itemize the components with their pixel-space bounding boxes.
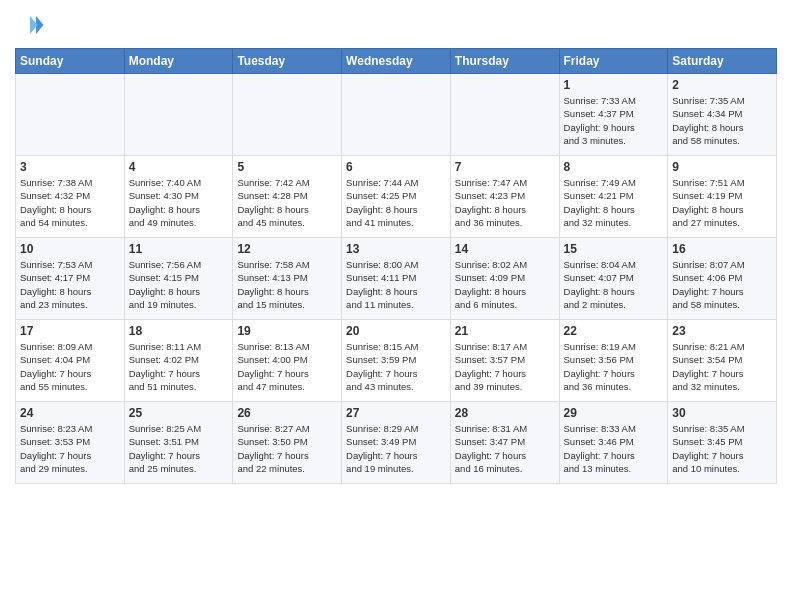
day-info: Sunrise: 8:13 AM Sunset: 4:00 PM Dayligh… — [237, 340, 337, 393]
calendar-cell: 19Sunrise: 8:13 AM Sunset: 4:00 PM Dayli… — [233, 320, 342, 402]
day-info: Sunrise: 8:00 AM Sunset: 4:11 PM Dayligh… — [346, 258, 446, 311]
day-number: 13 — [346, 242, 446, 256]
calendar-cell: 9Sunrise: 7:51 AM Sunset: 4:19 PM Daylig… — [668, 156, 777, 238]
day-info: Sunrise: 7:42 AM Sunset: 4:28 PM Dayligh… — [237, 176, 337, 229]
day-info: Sunrise: 7:33 AM Sunset: 4:37 PM Dayligh… — [564, 94, 664, 147]
day-number: 15 — [564, 242, 664, 256]
logo-icon — [15, 10, 45, 40]
day-number: 20 — [346, 324, 446, 338]
day-number: 14 — [455, 242, 555, 256]
day-info: Sunrise: 8:35 AM Sunset: 3:45 PM Dayligh… — [672, 422, 772, 475]
day-info: Sunrise: 7:49 AM Sunset: 4:21 PM Dayligh… — [564, 176, 664, 229]
day-number: 17 — [20, 324, 120, 338]
day-number: 21 — [455, 324, 555, 338]
calendar-cell: 4Sunrise: 7:40 AM Sunset: 4:30 PM Daylig… — [124, 156, 233, 238]
calendar-body: 1Sunrise: 7:33 AM Sunset: 4:37 PM Daylig… — [16, 74, 777, 484]
day-number: 2 — [672, 78, 772, 92]
day-info: Sunrise: 7:47 AM Sunset: 4:23 PM Dayligh… — [455, 176, 555, 229]
day-number: 10 — [20, 242, 120, 256]
day-info: Sunrise: 7:40 AM Sunset: 4:30 PM Dayligh… — [129, 176, 229, 229]
calendar-cell: 12Sunrise: 7:58 AM Sunset: 4:13 PM Dayli… — [233, 238, 342, 320]
day-info: Sunrise: 8:33 AM Sunset: 3:46 PM Dayligh… — [564, 422, 664, 475]
day-number: 22 — [564, 324, 664, 338]
day-number: 6 — [346, 160, 446, 174]
page-container: SundayMondayTuesdayWednesdayThursdayFrid… — [0, 0, 792, 494]
weekday-header: Thursday — [450, 49, 559, 74]
day-info: Sunrise: 7:44 AM Sunset: 4:25 PM Dayligh… — [346, 176, 446, 229]
day-number: 19 — [237, 324, 337, 338]
calendar-cell: 3Sunrise: 7:38 AM Sunset: 4:32 PM Daylig… — [16, 156, 125, 238]
calendar-week-row: 24Sunrise: 8:23 AM Sunset: 3:53 PM Dayli… — [16, 402, 777, 484]
day-number: 3 — [20, 160, 120, 174]
header-row: SundayMondayTuesdayWednesdayThursdayFrid… — [16, 49, 777, 74]
calendar-header: SundayMondayTuesdayWednesdayThursdayFrid… — [16, 49, 777, 74]
calendar-cell: 10Sunrise: 7:53 AM Sunset: 4:17 PM Dayli… — [16, 238, 125, 320]
calendar-cell: 28Sunrise: 8:31 AM Sunset: 3:47 PM Dayli… — [450, 402, 559, 484]
calendar-cell — [450, 74, 559, 156]
calendar-week-row: 3Sunrise: 7:38 AM Sunset: 4:32 PM Daylig… — [16, 156, 777, 238]
calendar-cell: 22Sunrise: 8:19 AM Sunset: 3:56 PM Dayli… — [559, 320, 668, 402]
day-number: 11 — [129, 242, 229, 256]
weekday-header: Tuesday — [233, 49, 342, 74]
day-info: Sunrise: 7:56 AM Sunset: 4:15 PM Dayligh… — [129, 258, 229, 311]
header — [15, 10, 777, 40]
calendar-table: SundayMondayTuesdayWednesdayThursdayFrid… — [15, 48, 777, 484]
day-info: Sunrise: 8:21 AM Sunset: 3:54 PM Dayligh… — [672, 340, 772, 393]
calendar-cell: 26Sunrise: 8:27 AM Sunset: 3:50 PM Dayli… — [233, 402, 342, 484]
day-number: 27 — [346, 406, 446, 420]
calendar-cell: 15Sunrise: 8:04 AM Sunset: 4:07 PM Dayli… — [559, 238, 668, 320]
calendar-week-row: 1Sunrise: 7:33 AM Sunset: 4:37 PM Daylig… — [16, 74, 777, 156]
calendar-cell: 16Sunrise: 8:07 AM Sunset: 4:06 PM Dayli… — [668, 238, 777, 320]
weekday-header: Saturday — [668, 49, 777, 74]
calendar-cell: 7Sunrise: 7:47 AM Sunset: 4:23 PM Daylig… — [450, 156, 559, 238]
calendar-cell: 23Sunrise: 8:21 AM Sunset: 3:54 PM Dayli… — [668, 320, 777, 402]
day-info: Sunrise: 7:35 AM Sunset: 4:34 PM Dayligh… — [672, 94, 772, 147]
calendar-cell: 17Sunrise: 8:09 AM Sunset: 4:04 PM Dayli… — [16, 320, 125, 402]
calendar-cell: 5Sunrise: 7:42 AM Sunset: 4:28 PM Daylig… — [233, 156, 342, 238]
calendar-cell — [16, 74, 125, 156]
day-number: 18 — [129, 324, 229, 338]
day-number: 12 — [237, 242, 337, 256]
calendar-cell: 13Sunrise: 8:00 AM Sunset: 4:11 PM Dayli… — [342, 238, 451, 320]
calendar-week-row: 10Sunrise: 7:53 AM Sunset: 4:17 PM Dayli… — [16, 238, 777, 320]
day-info: Sunrise: 8:27 AM Sunset: 3:50 PM Dayligh… — [237, 422, 337, 475]
day-number: 29 — [564, 406, 664, 420]
day-number: 5 — [237, 160, 337, 174]
calendar-cell: 11Sunrise: 7:56 AM Sunset: 4:15 PM Dayli… — [124, 238, 233, 320]
calendar-cell: 1Sunrise: 7:33 AM Sunset: 4:37 PM Daylig… — [559, 74, 668, 156]
calendar-cell: 14Sunrise: 8:02 AM Sunset: 4:09 PM Dayli… — [450, 238, 559, 320]
day-number: 25 — [129, 406, 229, 420]
calendar-cell: 21Sunrise: 8:17 AM Sunset: 3:57 PM Dayli… — [450, 320, 559, 402]
day-number: 23 — [672, 324, 772, 338]
day-info: Sunrise: 8:31 AM Sunset: 3:47 PM Dayligh… — [455, 422, 555, 475]
weekday-header: Sunday — [16, 49, 125, 74]
day-number: 30 — [672, 406, 772, 420]
day-info: Sunrise: 8:11 AM Sunset: 4:02 PM Dayligh… — [129, 340, 229, 393]
weekday-header: Wednesday — [342, 49, 451, 74]
day-number: 28 — [455, 406, 555, 420]
day-info: Sunrise: 7:38 AM Sunset: 4:32 PM Dayligh… — [20, 176, 120, 229]
calendar-cell: 30Sunrise: 8:35 AM Sunset: 3:45 PM Dayli… — [668, 402, 777, 484]
calendar-cell: 29Sunrise: 8:33 AM Sunset: 3:46 PM Dayli… — [559, 402, 668, 484]
day-info: Sunrise: 8:09 AM Sunset: 4:04 PM Dayligh… — [20, 340, 120, 393]
day-info: Sunrise: 8:25 AM Sunset: 3:51 PM Dayligh… — [129, 422, 229, 475]
day-info: Sunrise: 8:23 AM Sunset: 3:53 PM Dayligh… — [20, 422, 120, 475]
day-info: Sunrise: 8:19 AM Sunset: 3:56 PM Dayligh… — [564, 340, 664, 393]
logo — [15, 10, 49, 40]
day-number: 8 — [564, 160, 664, 174]
day-info: Sunrise: 8:07 AM Sunset: 4:06 PM Dayligh… — [672, 258, 772, 311]
day-number: 9 — [672, 160, 772, 174]
weekday-header: Friday — [559, 49, 668, 74]
calendar-cell — [342, 74, 451, 156]
day-info: Sunrise: 8:29 AM Sunset: 3:49 PM Dayligh… — [346, 422, 446, 475]
calendar-cell: 18Sunrise: 8:11 AM Sunset: 4:02 PM Dayli… — [124, 320, 233, 402]
day-number: 4 — [129, 160, 229, 174]
calendar-cell — [124, 74, 233, 156]
day-number: 24 — [20, 406, 120, 420]
day-info: Sunrise: 8:04 AM Sunset: 4:07 PM Dayligh… — [564, 258, 664, 311]
calendar-cell: 25Sunrise: 8:25 AM Sunset: 3:51 PM Dayli… — [124, 402, 233, 484]
day-info: Sunrise: 7:51 AM Sunset: 4:19 PM Dayligh… — [672, 176, 772, 229]
day-number: 1 — [564, 78, 664, 92]
day-info: Sunrise: 7:53 AM Sunset: 4:17 PM Dayligh… — [20, 258, 120, 311]
day-info: Sunrise: 8:17 AM Sunset: 3:57 PM Dayligh… — [455, 340, 555, 393]
